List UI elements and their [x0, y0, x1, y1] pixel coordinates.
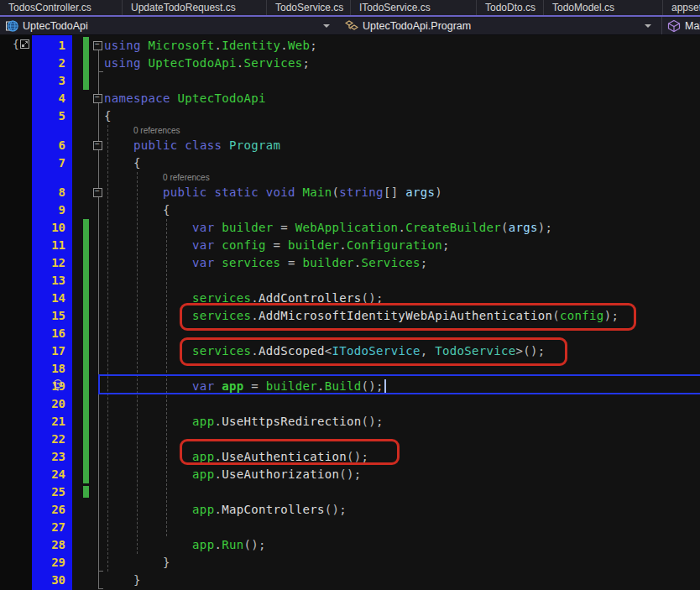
- codelens-references[interactable]: 0 references: [163, 172, 210, 184]
- code-line[interactable]: 12 var services = builder.Services;: [0, 254, 700, 272]
- document-tab[interactable]: TodoDto.cs: [477, 0, 544, 15]
- document-tab[interactable]: ITodoService.cs: [351, 0, 477, 15]
- code-text: {: [104, 201, 170, 219]
- change-tracking-bar: [83, 378, 89, 395]
- outline-margin-icon[interactable]: {: [13, 38, 29, 50]
- code-text: namespace UptecTodoApi: [104, 90, 266, 107]
- code-text: var builder = WebApplication.CreateBuild…: [104, 219, 552, 237]
- tab-label: TodoService.cs: [275, 2, 343, 13]
- code-line[interactable]: 28 app.Run();: [0, 536, 700, 554]
- fold-collapse-icon[interactable]: [93, 41, 102, 50]
- line-number: 23: [32, 448, 65, 466]
- tab-label: appsettings.json: [671, 2, 700, 13]
- document-tab[interactable]: TodosController.cs: [0, 0, 123, 15]
- code-line[interactable]: 24 app.UseAuthorization();: [0, 466, 700, 483]
- line-number: 14: [32, 290, 65, 307]
- code-text: public static void Main(string[] args): [104, 184, 442, 201]
- code-line[interactable]: 20: [0, 395, 700, 413]
- codelens-references[interactable]: 0 references: [133, 125, 180, 137]
- tab-label: UpdateTodoRequest.cs: [131, 2, 236, 13]
- tab-label: TodosController.cs: [8, 2, 91, 13]
- current-line-highlight: [98, 374, 700, 394]
- code-text: var services = builder.Services;: [104, 254, 427, 272]
- member-dropdown[interactable]: Main: [661, 17, 700, 34]
- fold-collapse-icon[interactable]: [93, 188, 102, 197]
- tab-label: ITodoService.cs: [359, 2, 431, 13]
- line-number: 24: [32, 466, 65, 483]
- code-line[interactable]: 25: [0, 483, 700, 501]
- line-number: 27: [32, 519, 65, 536]
- change-tracking-bar: [83, 413, 89, 431]
- code-line[interactable]: 11 var config = builder.Configuration;: [0, 237, 700, 254]
- change-tracking-bar: [83, 342, 89, 360]
- document-tab[interactable]: appsettings.json: [663, 0, 700, 15]
- annotation-red-box-identity-auth: [180, 303, 636, 331]
- code-line[interactable]: 21 app.UseHttpsRedirection();: [0, 413, 700, 431]
- lightbulb-icon[interactable]: [51, 379, 65, 393]
- change-tracking-bar: [83, 237, 89, 254]
- code-text: {: [104, 154, 141, 172]
- code-line[interactable]: 8 public static void Main(string[] args): [0, 184, 700, 201]
- line-number: 26: [32, 501, 65, 519]
- popout-box-icon: [20, 39, 29, 49]
- code-text: public class Program: [104, 137, 280, 154]
- line-number: 2: [32, 55, 65, 72]
- class-icon: [345, 19, 358, 33]
- change-tracking-bar: [83, 307, 89, 325]
- change-tracking-bar: [83, 448, 89, 466]
- change-tracking-bar: [83, 254, 89, 272]
- code-line[interactable]: 27: [0, 519, 700, 536]
- code-text: }: [104, 572, 141, 589]
- project-dropdown[interactable]: UptecTodoApi: [0, 17, 340, 34]
- code-text: var config = builder.Configuration;: [104, 237, 450, 254]
- line-number: 9: [32, 201, 65, 219]
- line-number: 25: [32, 483, 65, 501]
- change-tracking-bar: [83, 219, 89, 237]
- tab-label: TodoDto.cs: [485, 2, 535, 13]
- code-line[interactable]: 6 public class Program: [0, 137, 700, 154]
- annotation-red-box-addscoped: [180, 337, 567, 366]
- code-editor[interactable]: { 1using Microsoft.Identity.Web;2using U…: [0, 35, 700, 590]
- code-line[interactable]: 1using Microsoft.Identity.Web;: [0, 37, 700, 55]
- codelens-row[interactable]: 0 references: [0, 125, 700, 137]
- code-line[interactable]: 10 var builder = WebApplication.CreateBu…: [0, 219, 700, 237]
- document-tab[interactable]: TodoModel.cs: [544, 0, 663, 15]
- change-tracking-bar: [83, 290, 89, 307]
- line-number: 4: [32, 90, 65, 107]
- line-number: 21: [32, 413, 65, 431]
- code-text: app.UseHttpsRedirection();: [104, 413, 384, 431]
- code-line[interactable]: 7 {: [0, 154, 700, 172]
- code-text: {: [104, 107, 112, 125]
- type-dropdown[interactable]: UptecTodoApi.Program: [340, 17, 661, 34]
- tab-label: TodoModel.cs: [552, 2, 614, 13]
- document-tab[interactable]: UpdateTodoRequest.cs: [123, 0, 267, 15]
- code-line[interactable]: 29 }: [0, 554, 700, 572]
- code-line[interactable]: 30 }: [0, 572, 700, 589]
- line-number: 29: [32, 554, 65, 572]
- code-text: app.MapControllers();: [104, 501, 347, 519]
- line-number: 18: [32, 360, 65, 378]
- change-tracking-bar: [83, 466, 89, 483]
- document-tab[interactable]: TodoService.cs: [267, 0, 351, 15]
- document-tab-bar: TodosController.csUpdateTodoRequest.csTo…: [0, 0, 700, 17]
- code-line[interactable]: 9 {: [0, 201, 700, 219]
- fold-collapse-icon[interactable]: [93, 94, 102, 103]
- line-number: 28: [32, 536, 65, 554]
- change-tracking-bar: [83, 360, 89, 378]
- code-line[interactable]: 5{: [0, 107, 700, 125]
- line-number: 7: [32, 154, 65, 172]
- type-name: UptecTodoApi.Program: [363, 20, 471, 32]
- change-tracking-bar: [83, 55, 89, 72]
- code-line[interactable]: 26 app.MapControllers();: [0, 501, 700, 519]
- codelens-row[interactable]: 0 references: [0, 172, 700, 184]
- code-line[interactable]: 4namespace UptecTodoApi: [0, 90, 700, 107]
- code-text: }: [104, 554, 170, 572]
- code-line[interactable]: 3: [0, 72, 700, 90]
- code-text: using Microsoft.Identity.Web;: [104, 37, 317, 55]
- line-number: 6: [32, 137, 65, 154]
- code-line[interactable]: 13: [0, 272, 700, 290]
- line-number: 30: [32, 572, 65, 589]
- line-number: 10: [32, 219, 65, 237]
- code-line[interactable]: 2using UptecTodoApi.Services;: [0, 55, 700, 72]
- fold-collapse-icon[interactable]: [93, 141, 102, 150]
